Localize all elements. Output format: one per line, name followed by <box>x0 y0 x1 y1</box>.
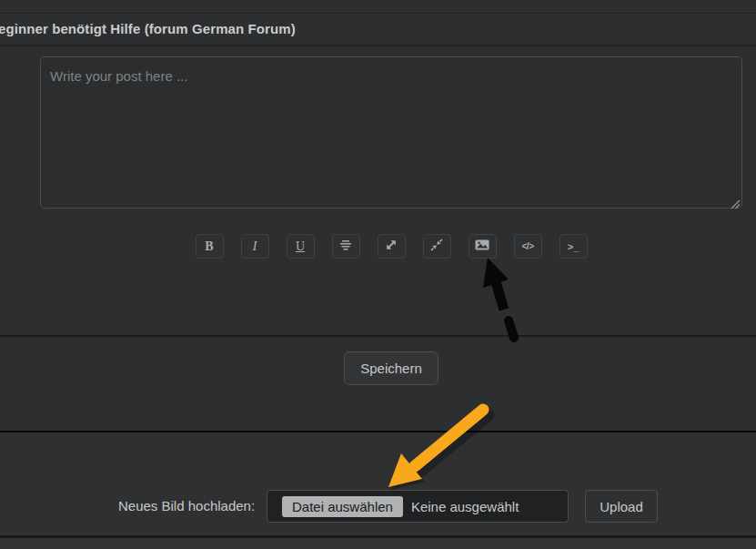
compress-button[interactable] <box>423 234 451 259</box>
bold-button[interactable]: B <box>196 234 224 259</box>
bold-icon: B <box>205 239 213 254</box>
expand-icon <box>383 237 399 256</box>
choose-file-button[interactable]: Datei auswählen <box>282 496 403 517</box>
file-input[interactable]: Datei auswählen Keine ausgewählt <box>267 490 569 523</box>
upload-label: Neues Bild hochladen: <box>118 490 255 523</box>
compress-icon <box>428 237 445 256</box>
align-center-button[interactable] <box>332 234 360 259</box>
underline-button[interactable]: U <box>287 234 315 259</box>
image-icon <box>474 238 490 255</box>
black-annotation-arrow <box>483 258 514 338</box>
align-center-icon <box>338 237 354 256</box>
divider-save-section <box>0 335 756 337</box>
terminal-button[interactable]: >_ <box>559 234 588 259</box>
italic-button[interactable]: I <box>241 234 269 259</box>
post-body-input[interactable] <box>40 56 742 208</box>
divider-header <box>0 45 756 46</box>
underline-icon: U <box>296 239 305 254</box>
code-button[interactable]: </> <box>514 234 542 259</box>
save-button[interactable]: Speichern <box>344 351 438 385</box>
bottom-strip <box>0 538 756 549</box>
italic-icon: I <box>253 239 257 254</box>
expand-button[interactable] <box>378 234 406 259</box>
code-icon: </> <box>522 241 534 251</box>
terminal-icon: >_ <box>568 241 580 252</box>
file-status-text: Keine ausgewählt <box>411 499 519 514</box>
upload-button[interactable]: Upload <box>585 490 658 523</box>
textarea-resize-handle[interactable] <box>731 197 741 207</box>
post-editor-page: eginner benötigt Hilfe (forum German For… <box>0 0 756 549</box>
format-toolbar: B I U <box>40 234 742 259</box>
page-title: eginner benötigt Hilfe (forum German For… <box>0 14 296 45</box>
insert-image-button[interactable] <box>469 234 497 259</box>
